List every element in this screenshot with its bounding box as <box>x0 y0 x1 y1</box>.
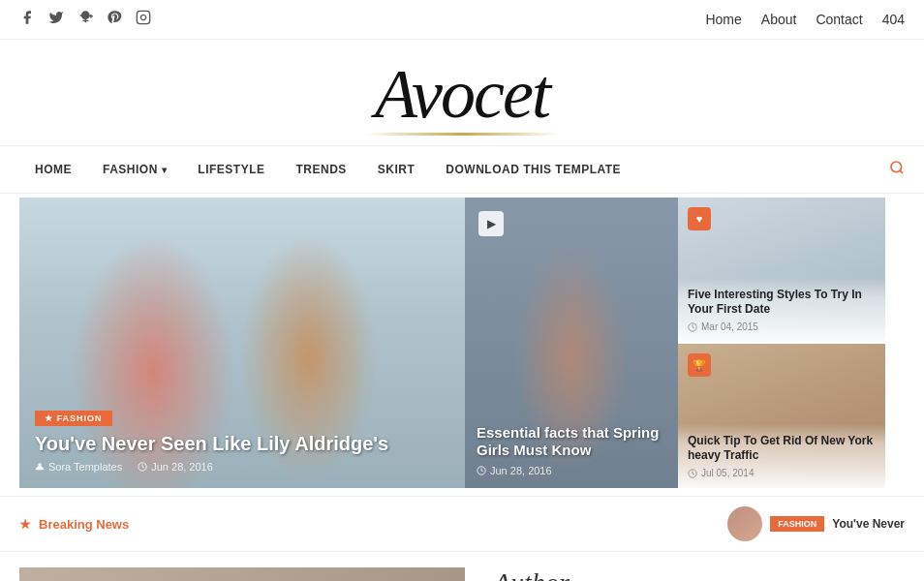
hero-card-1-meta: Mar 04, 2015 <box>688 321 876 332</box>
twitter-icon[interactable] <box>48 10 64 29</box>
googleplus-icon[interactable] <box>77 10 93 29</box>
svg-point-4 <box>38 463 41 466</box>
trophy-icon: 🏆 <box>688 353 711 377</box>
hero-left-overlay: FASHION You've Never Seen Like Lily Aldr… <box>19 392 465 488</box>
hero-left-title: You've Never Seen Like Lily Aldridge's <box>35 432 449 455</box>
breaking-news-label: Breaking News <box>39 517 129 532</box>
snippet-text: You've Never <box>832 517 905 531</box>
nav-fashion[interactable]: FASHION ▾ <box>87 149 182 190</box>
nav-download[interactable]: DOWNLOAD THIS TEMPLATE <box>430 149 636 190</box>
avatar-small <box>727 506 762 541</box>
author-title: Author <box>494 567 905 581</box>
hero-mid-overlay: Essential facts that Spring Girls Must K… <box>465 413 678 488</box>
breaking-news-bar: ★ Breaking News FASHION You've Never <box>0 496 924 552</box>
breaking-news: ★ Breaking News <box>19 517 129 532</box>
heart-icon: ♥ <box>688 207 711 230</box>
nav-trends[interactable]: TRENDS <box>281 149 362 190</box>
top-nav-404[interactable]: 404 <box>882 12 905 27</box>
hero-card-1-title: Five Interesting Styles To Try In Your F… <box>688 288 876 318</box>
nav-home[interactable]: HOME <box>19 149 87 190</box>
hero-mid-card[interactable]: ▶ Essential facts that Spring Girls Must… <box>465 198 678 488</box>
logo-area: Avocet <box>0 40 924 145</box>
stunner-card[interactable]: Stunner <box>19 567 465 581</box>
site-logo[interactable]: Avocet <box>0 59 924 129</box>
main-nav: HOME FASHION ▾ LIFESTYLE TRENDS SKIRT DO… <box>0 145 924 194</box>
hero-mid-title: Essential facts that Spring Girls Must K… <box>477 424 666 459</box>
star-icon: ★ <box>19 517 31 532</box>
hero-left-date: Jun 28, 2016 <box>138 461 213 473</box>
logo-underline <box>365 133 559 136</box>
nav-lifestyle[interactable]: LIFESTYLE <box>182 149 280 190</box>
hero-left-card[interactable]: FASHION You've Never Seen Like Lily Aldr… <box>19 198 465 488</box>
facebook-icon[interactable] <box>19 10 35 29</box>
lower-section: Stunner Author <box>0 552 924 581</box>
hero-card-2-meta: Jul 05, 2014 <box>688 468 876 478</box>
search-icon[interactable] <box>889 146 905 193</box>
hero-left-meta: Sora Templates Jun 28, 2016 <box>35 461 449 473</box>
nav-skirt[interactable]: SKIRT <box>362 149 431 190</box>
lower-right: Author <box>494 567 905 581</box>
top-bar: Home About Contact 404 <box>0 0 924 40</box>
social-icons <box>19 10 151 29</box>
top-nav-home[interactable]: Home <box>705 12 741 27</box>
lower-left: Stunner <box>19 567 465 581</box>
top-nav-contact[interactable]: Contact <box>816 12 862 27</box>
pinterest-icon[interactable] <box>107 10 122 29</box>
chevron-down-icon: ▾ <box>162 165 168 175</box>
hero-section: FASHION You've Never Seen Like Lily Aldr… <box>0 198 924 488</box>
hero-card-2-title: Quick Tip To Get Rid Of New York heavy T… <box>688 434 876 464</box>
hero-card-2-overlay: Quick Tip To Get Rid Of New York heavy T… <box>678 424 885 488</box>
hero-mid-meta: Jun 28, 2016 <box>477 465 666 476</box>
hero-right-column: ♥ Five Interesting Styles To Try In Your… <box>678 198 885 488</box>
hero-left-author: Sora Templates <box>35 461 122 473</box>
instagram-icon[interactable] <box>136 10 151 29</box>
svg-line-3 <box>900 170 903 173</box>
top-nav-about[interactable]: About <box>761 12 797 27</box>
hero-card-1[interactable]: ♥ Five Interesting Styles To Try In Your… <box>678 198 885 344</box>
svg-point-2 <box>891 162 902 172</box>
fashion-badge-small: FASHION <box>770 516 824 532</box>
svg-rect-0 <box>137 11 149 23</box>
play-icon: ▶ <box>478 211 504 236</box>
hero-card-1-overlay: Five Interesting Styles To Try In Your F… <box>678 278 885 342</box>
fashion-badge: FASHION <box>35 411 112 426</box>
top-nav: Home About Contact 404 <box>705 12 905 27</box>
hero-card-2[interactable]: 🏆 Quick Tip To Get Rid Of New York heavy… <box>678 344 885 488</box>
bottom-right-snippet: FASHION You've Never <box>727 506 905 541</box>
hero-mid-date: Jun 28, 2016 <box>477 465 552 476</box>
